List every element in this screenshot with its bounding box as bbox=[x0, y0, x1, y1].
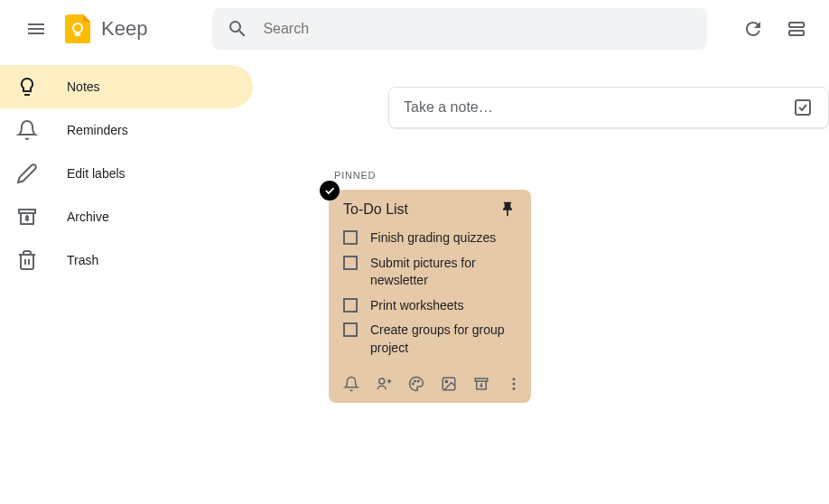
remind-me-button[interactable] bbox=[343, 376, 359, 392]
more-button[interactable] bbox=[506, 376, 522, 392]
svg-point-15 bbox=[513, 387, 516, 389]
pin-button[interactable] bbox=[498, 201, 517, 219]
list-view-icon bbox=[786, 18, 807, 40]
pinned-section-label: PINNED bbox=[334, 170, 376, 181]
keep-logo-icon bbox=[61, 13, 94, 45]
svg-rect-2 bbox=[789, 23, 804, 27]
collaborator-button[interactable] bbox=[376, 376, 392, 392]
search-icon bbox=[227, 18, 248, 40]
checklist-item[interactable]: Create groups for group project bbox=[343, 322, 517, 357]
refresh-button[interactable] bbox=[735, 11, 771, 47]
search-bar[interactable] bbox=[212, 8, 707, 50]
archive-icon bbox=[473, 376, 489, 392]
svg-point-9 bbox=[418, 380, 420, 382]
refresh-icon bbox=[742, 18, 764, 40]
app-name: Keep bbox=[101, 17, 147, 41]
take-note-input[interactable]: Take a note… bbox=[388, 87, 829, 128]
sidebar-item-label: Edit labels bbox=[67, 166, 126, 181]
checklist-item[interactable]: Print worksheets bbox=[343, 297, 517, 315]
archive-button[interactable] bbox=[473, 376, 489, 392]
sidebar-item-label: Archive bbox=[67, 210, 109, 224]
sidebar-item-label: Trash bbox=[67, 253, 98, 267]
checklist-item-text: Submit pictures for newsletter bbox=[370, 255, 517, 290]
sidebar-item-archive[interactable]: Archive bbox=[0, 195, 253, 238]
checkbox-unchecked-icon[interactable] bbox=[343, 256, 358, 270]
checkbox-unchecked-icon[interactable] bbox=[343, 298, 358, 313]
bell-icon bbox=[343, 376, 359, 392]
checkbox-unchecked-icon[interactable] bbox=[343, 322, 358, 337]
app-logo: Keep bbox=[61, 13, 147, 45]
svg-rect-1 bbox=[75, 32, 80, 36]
more-vert-icon bbox=[506, 376, 522, 392]
svg-rect-4 bbox=[19, 210, 35, 213]
svg-point-14 bbox=[513, 382, 516, 385]
sidebar-item-trash[interactable]: Trash bbox=[0, 238, 253, 282]
view-toggle-button[interactable] bbox=[778, 11, 815, 47]
checklist-item-text: Create groups for group project bbox=[370, 322, 517, 357]
checklist-item[interactable]: Finish grading quizzes bbox=[343, 229, 517, 247]
image-icon bbox=[441, 376, 457, 392]
sidebar-item-edit-labels[interactable]: Edit labels bbox=[0, 152, 253, 195]
lightbulb-icon bbox=[16, 76, 38, 98]
new-list-button[interactable] bbox=[792, 97, 814, 118]
main-content: Take a note… PINNED To-Do List Finish gr… bbox=[253, 58, 829, 504]
note-card[interactable]: To-Do List Finish grading quizzes Submit… bbox=[329, 190, 531, 403]
person-add-icon bbox=[376, 376, 392, 392]
background-options-button[interactable] bbox=[408, 376, 424, 392]
note-title: To-Do List bbox=[343, 201, 408, 218]
pin-icon bbox=[498, 201, 517, 219]
checkbox-unchecked-icon[interactable] bbox=[343, 230, 358, 245]
main-menu-button[interactable] bbox=[14, 7, 58, 51]
checklist: Finish grading quizzes Submit pictures f… bbox=[343, 229, 517, 358]
svg-point-8 bbox=[414, 380, 416, 382]
svg-point-7 bbox=[413, 383, 414, 385]
checklist-item-text: Finish grading quizzes bbox=[370, 229, 496, 247]
bell-icon bbox=[16, 119, 38, 141]
sidebar-item-reminders[interactable]: Reminders bbox=[0, 108, 253, 152]
check-icon bbox=[323, 184, 336, 197]
select-note-button[interactable] bbox=[320, 181, 340, 201]
checklist-item-text: Print worksheets bbox=[370, 297, 463, 315]
checklist-item[interactable]: Submit pictures for newsletter bbox=[343, 255, 517, 290]
sidebar-item-label: Reminders bbox=[67, 123, 128, 137]
pencil-icon bbox=[16, 163, 38, 184]
archive-icon bbox=[16, 206, 38, 228]
header: Keep bbox=[0, 0, 829, 58]
search-input[interactable] bbox=[263, 21, 693, 37]
sidebar: Notes Reminders Edit labels Archive Tras… bbox=[0, 58, 253, 282]
svg-rect-5 bbox=[796, 100, 810, 115]
svg-rect-3 bbox=[789, 31, 804, 35]
hamburger-icon bbox=[25, 18, 47, 40]
trash-icon bbox=[16, 249, 38, 271]
svg-rect-12 bbox=[475, 378, 488, 381]
svg-point-6 bbox=[379, 378, 385, 384]
take-note-placeholder: Take a note… bbox=[404, 99, 792, 116]
checkbox-icon bbox=[792, 97, 814, 118]
svg-point-13 bbox=[513, 378, 516, 380]
svg-point-11 bbox=[445, 380, 447, 382]
note-toolbar bbox=[343, 372, 517, 396]
sidebar-item-notes[interactable]: Notes bbox=[0, 65, 253, 108]
add-image-button[interactable] bbox=[441, 376, 457, 392]
palette-icon bbox=[408, 376, 424, 392]
sidebar-item-label: Notes bbox=[67, 79, 100, 94]
